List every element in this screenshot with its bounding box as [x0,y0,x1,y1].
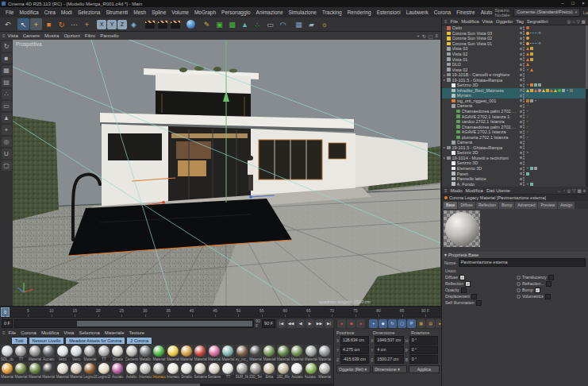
mat-menu-seleziona[interactable]: Seleziona [79,330,99,335]
visibility-dots[interactable] [523,135,525,139]
material-item[interactable]: Material [318,362,331,379]
object-row[interactable]: A. Fondo× [442,181,588,187]
node-space-select[interactable]: Corrente (Standard/Fisico)▾ [513,8,580,17]
visibility-toggles[interactable] [520,151,525,155]
mat-menu-vista[interactable]: Vista [63,330,74,335]
tag-chip-sq[interactable] [530,58,533,61]
visibility-dots[interactable] [523,161,525,165]
material-item[interactable]: Material [29,362,41,379]
lock-x-axis[interactable]: X [97,20,106,29]
visibility-dots[interactable] [523,26,525,30]
attribute-menu-icon[interactable]: ≡ [444,188,448,193]
material-item[interactable]: TT [14,345,27,361]
visibility-toggles[interactable] [520,37,525,41]
om-search-icon[interactable]: ◎ [567,19,571,24]
lock-z-axis[interactable]: Z [117,20,127,29]
tag-chip-x[interactable]: × [526,167,529,170]
spline-pen-menu[interactable]: ✎ [201,18,213,30]
next-key-button[interactable]: ▶| [325,319,333,328]
menu-tracking[interactable]: Tracking [320,9,344,16]
material-item[interactable]: TT [98,345,110,361]
material-item[interactable]: Material [180,345,193,361]
tag-chip-dot[interactable] [558,89,561,92]
menu-modi[interactable]: Modi [59,9,75,16]
tag-chip-sun[interactable] [526,26,529,29]
floor-menu[interactable]: ▦ [293,18,305,30]
tag-chip-tri[interactable] [526,63,529,66]
tag-chip-tri[interactable] [534,89,537,92]
channel-arrow-icon[interactable] [517,295,521,299]
minimize-button[interactable]: – [558,0,567,7]
tag-chip-x[interactable]: × [526,183,529,186]
material-item[interactable]: Intonaco [139,362,152,379]
menu-mograph[interactable]: MoGraph [192,9,218,16]
visibility-toggles[interactable] [520,145,525,149]
material-item[interactable]: SUR_Nut [236,362,248,379]
mat-menu-corona[interactable]: Corona [21,330,37,335]
visibility-dots[interactable] [523,182,525,186]
channel-arrow-icon[interactable] [517,288,521,292]
visibility-toggles[interactable] [520,161,525,165]
vp-menu-vista[interactable]: Vista [8,33,18,38]
visibility-dots[interactable] [523,83,525,87]
timeline-ruler[interactable]: 0 051015202530354045505560657075808590 F [0,306,441,318]
tag-chip-tri[interactable] [526,47,529,50]
channel-checkbox[interactable] [546,281,551,287]
tag-chip-tri[interactable] [542,89,545,92]
attribute-tab[interactable]: Bump [499,202,514,209]
attribute-tab[interactable]: Base [444,202,457,209]
tag-chip-dots[interactable] [530,33,537,34]
menu-rendering[interactable]: Rendering [345,9,374,16]
mat-menu-texture[interactable]: Texture [129,330,145,335]
menu-strumenti[interactable]: Strumenti [103,9,130,16]
size-input[interactable]: 1949.507 cm [375,336,403,345]
visibility-toggles[interactable] [520,125,525,129]
visibility-dots[interactable] [523,172,525,176]
tag-chip-sq[interactable] [530,52,533,56]
material-item[interactable]: Acciaio 1 [305,362,317,379]
tag-chip-sq[interactable] [570,89,573,92]
visibility-dots[interactable] [523,57,525,61]
material-layer-tab[interactable]: 2 Corona [126,337,152,344]
move-tool[interactable]: + [30,18,42,30]
subdivision-surface-menu[interactable]: ▣ [213,18,225,30]
material-item[interactable]: Legno1B [83,362,96,379]
material-item[interactable]: Vetro [70,345,83,361]
autokey-parameter-toggle[interactable]: ▢ [398,319,406,328]
tag-chip-tri[interactable] [554,89,557,92]
menu-spline[interactable]: Spline [149,9,168,16]
visibility-toggles[interactable] [520,177,525,181]
om-menu-oggetto[interactable]: Oggetto [496,19,513,24]
visibility-dots[interactable] [523,156,525,160]
polygon-object-menu[interactable]: ▲ [239,18,251,30]
visibility-dots[interactable] [523,52,525,56]
visibility-toggles[interactable] [520,182,525,186]
material-item[interactable]: Cemento [125,345,138,361]
om-filter-icon[interactable]: ▽ [577,19,580,24]
visibility-dots[interactable] [523,98,525,102]
material-item[interactable]: Material [290,345,303,361]
menu-seleziona[interactable]: Seleziona [75,9,103,16]
vp-menu-mostra[interactable]: Mostra [44,33,59,38]
visibility-toggles[interactable] [520,135,525,139]
rotate-tool[interactable]: ↻ [56,18,67,30]
coord-mode-select[interactable]: Oggetto (Rel) ▾ [336,365,371,373]
vp-menu-pannello[interactable]: Pannello [100,33,118,38]
visibility-dots[interactable] [523,130,525,134]
render-view-button[interactable] [144,18,156,30]
tag-chip-check[interactable]: ✓ [526,104,529,107]
visibility-dots[interactable] [523,68,525,71]
scale-tool[interactable]: ■ [43,18,55,30]
menu-finestre[interactable]: Finestre [454,9,477,16]
enable-axis-toggle[interactable]: ⌖ [2,125,12,135]
undo-icon[interactable]: ↶ [2,18,13,30]
attr-menu-modifica[interactable]: Modifica [466,188,483,193]
channel-arrow-icon[interactable] [517,282,521,286]
attr-search-icon[interactable]: ◎ [567,188,571,193]
material-item[interactable]: Intonaco [167,362,179,379]
vp-layout-icon[interactable]: ≡ [435,33,438,39]
size-input[interactable]: 4 cm [375,345,403,354]
tag-chip-gear[interactable]: ⚙ [538,32,541,35]
visibility-dots[interactable] [523,41,525,45]
record-active-button[interactable]: ● [356,319,365,328]
